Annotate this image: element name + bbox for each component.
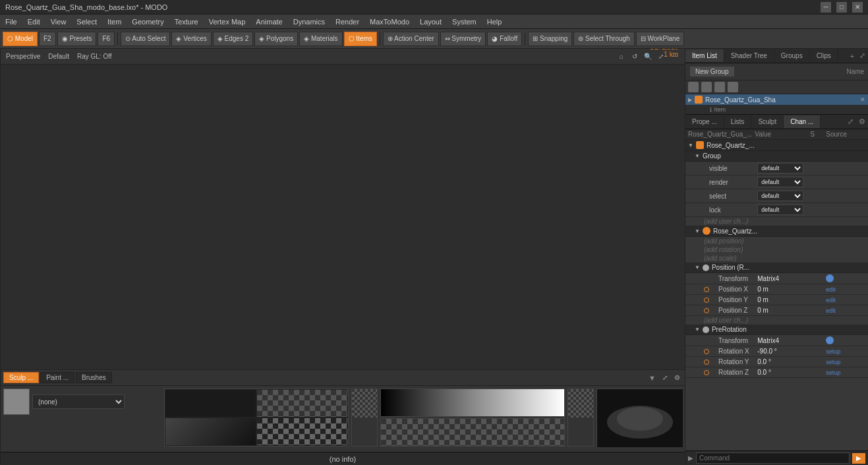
viewport-perspective-label[interactable]: Perspective (6, 53, 40, 60)
prop-visible-select[interactable]: default (757, 163, 803, 173)
add-position[interactable]: (add position) (685, 237, 868, 245)
item-rose-quartz[interactable]: ▶ Rose_Quartz_Gua_Sha ✕ (685, 94, 868, 105)
polygons-button[interactable]: ◈ Polygons (254, 32, 298, 46)
panel-gear-btn[interactable]: ⚙ (672, 373, 682, 383)
tab-brushes[interactable]: Brushes (76, 372, 112, 383)
menu-system[interactable]: System (447, 15, 482, 28)
menu-help[interactable]: Help (482, 15, 507, 28)
menu-layout[interactable]: Layout (415, 15, 447, 28)
menu-select[interactable]: Select (71, 15, 102, 28)
viewport[interactable]: Perspective Default Ray GL: Off ⌂ ↺ 🔍 ⤢ … (1, 49, 685, 369)
tab-itemlist[interactable]: Item List (685, 49, 724, 62)
items-icon-settings[interactable] (728, 82, 738, 92)
materials-button[interactable]: ◈ Materials (299, 32, 342, 46)
item-close-btn[interactable]: ✕ (860, 96, 865, 103)
tab-lists[interactable]: Lists (724, 115, 752, 128)
section-group[interactable]: ▼ Group (685, 151, 868, 162)
tab-sculpt-prop[interactable]: Sculpt (751, 115, 784, 128)
menu-render[interactable]: Render (330, 15, 364, 28)
workplane-button[interactable]: ⊟ WorkPlane (636, 32, 685, 46)
items-icon-lock[interactable] (714, 82, 725, 92)
menu-view[interactable]: View (45, 15, 72, 28)
mode-model-button[interactable]: ⬡ Model (3, 32, 38, 46)
menu-animate[interactable]: Animate (250, 15, 287, 28)
falloff-button[interactable]: ◕ Falloff (487, 32, 522, 46)
pos-x-edit[interactable]: edit (826, 286, 865, 293)
command-expand-btn[interactable]: ▶ (688, 454, 693, 462)
tab-sculpt[interactable]: Sculp ... (3, 372, 39, 383)
maximize-button[interactable]: □ (836, 2, 847, 13)
item-count-row[interactable]: 1 Item (685, 105, 868, 114)
tab-groups[interactable]: Groups (774, 49, 810, 62)
brush-side-top[interactable] (352, 389, 377, 418)
brush-cell-3[interactable] (165, 418, 256, 446)
brush-side2-top[interactable] (568, 389, 593, 418)
props-gear-btn[interactable]: ⚙ (856, 115, 868, 129)
menu-item[interactable]: Item (102, 15, 127, 28)
menu-dynamics[interactable]: Dynamics (288, 15, 330, 28)
menu-texture[interactable]: Texture (169, 15, 204, 28)
section-rose-item[interactable]: ▼ Rose_Quartz... (685, 226, 868, 237)
checker-bar[interactable] (380, 418, 565, 447)
snapping-button[interactable]: ⊞ Snapping (528, 32, 572, 46)
symmetry-button[interactable]: ⇔ Symmetry (440, 32, 486, 46)
items-icon-eye[interactable] (688, 82, 699, 92)
prop-select-select[interactable]: default (757, 191, 803, 201)
menu-edit[interactable]: Edit (22, 15, 45, 28)
titlebar-controls[interactable]: ─ □ ✕ (821, 2, 863, 13)
props-expand-btn[interactable]: ⤢ (845, 115, 856, 129)
brush-cell-2[interactable] (256, 389, 348, 418)
prop-lock-select[interactable]: default (757, 204, 803, 215)
gradient-bar[interactable] (380, 388, 565, 417)
dropdown-arrow[interactable]: ▼ (646, 374, 658, 382)
panel-expand-btn[interactable]: ⤢ (660, 373, 670, 383)
tab-shadertree[interactable]: Shader Tree (724, 49, 774, 62)
add-scale[interactable]: (add scale) (685, 254, 868, 263)
brush-side-bottom[interactable] (352, 418, 377, 446)
tab-properties[interactable]: Prope ... (685, 115, 724, 128)
minimize-button[interactable]: ─ (821, 2, 831, 13)
add-user-ch-2[interactable]: (add user ch...) (685, 316, 868, 325)
items-button[interactable]: ⬡ Items (344, 32, 377, 46)
color-preview[interactable] (3, 388, 30, 415)
add-user-ch-1[interactable]: (add user ch...) (685, 217, 868, 226)
viewport-mode-label[interactable]: Default (48, 53, 69, 60)
brush-cell-1[interactable] (165, 389, 256, 418)
mode-presets-button[interactable]: ◉ Presets (57, 32, 97, 46)
command-execute-btn[interactable]: ▶ (852, 453, 865, 464)
mode-f6-button[interactable]: F6 (98, 32, 115, 46)
tab-channels[interactable]: Chan ... (784, 115, 821, 128)
tab-clips[interactable]: Clips (810, 49, 838, 62)
menu-file[interactable]: File (0, 15, 22, 28)
command-input[interactable] (696, 452, 850, 464)
rot-y-setup[interactable]: setup (826, 359, 865, 365)
add-tab-btn[interactable]: + (848, 49, 857, 63)
expand-panel-btn[interactable]: ⤢ (857, 49, 868, 63)
brush-side2-bottom[interactable] (568, 418, 593, 446)
edges-button[interactable]: ◈ Edges 2 (213, 32, 253, 46)
menu-vertexmap[interactable]: Vertex Map (204, 15, 251, 28)
section-position[interactable]: ▼ Position (R... (685, 263, 868, 273)
viewport-home-btn[interactable]: ⌂ (616, 51, 627, 62)
viewport-render-label[interactable]: Ray GL: Off (77, 53, 112, 60)
mode-f2-button[interactable]: F2 (39, 32, 56, 46)
add-rotation[interactable]: (add rotation) (685, 245, 868, 254)
brush-cell-4[interactable] (256, 418, 348, 446)
none-select[interactable]: (none) (32, 394, 125, 409)
new-group-btn[interactable]: New Group (689, 66, 735, 77)
pos-z-edit[interactable]: edit (826, 307, 865, 314)
menu-geometry[interactable]: Geometry (127, 15, 169, 28)
autoselect-button[interactable]: ⊙ Auto Select (121, 32, 170, 46)
prop-render-select[interactable]: default (757, 177, 803, 187)
rot-z-setup[interactable]: setup (826, 369, 865, 376)
items-icon-render[interactable] (701, 82, 712, 92)
close-button[interactable]: ✕ (852, 2, 863, 13)
vertices-button[interactable]: ◈ Vertices (171, 32, 211, 46)
pos-y-edit[interactable]: edit (826, 297, 865, 303)
section-prerotation[interactable]: ▼ PreRotation (685, 325, 868, 335)
section-rose-quartz[interactable]: ▼ Rose_Quartz_... (685, 140, 868, 151)
tab-paint[interactable]: Paint ... (40, 372, 74, 383)
menu-maxtomodo[interactable]: MaxToModo (364, 15, 415, 28)
selectthrough-button[interactable]: ⊚ Select Through (573, 32, 634, 46)
actioncenter-button[interactable]: ⊕ Action Center (383, 32, 439, 46)
